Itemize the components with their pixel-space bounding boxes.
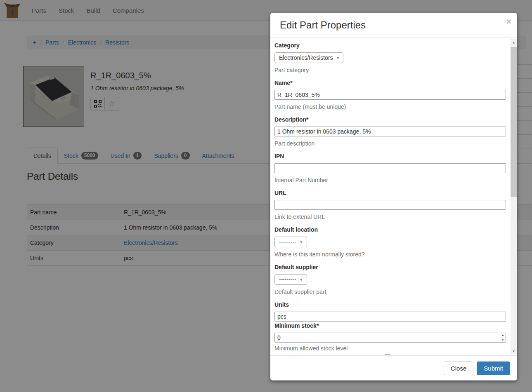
category-select[interactable]: Electronics/Resistors ▾ (274, 52, 343, 63)
default-location-label: Default location (274, 226, 506, 233)
description-label: Description* (274, 116, 506, 123)
chevron-down-icon: ▾ (300, 277, 303, 282)
spinner-down-icon[interactable]: ▼ (500, 338, 506, 343)
name-field[interactable] (274, 90, 506, 100)
minimum-stock-help: Minimum allowed stock level (274, 345, 506, 352)
default-supplier-selected-value: --------- (279, 276, 296, 283)
modal-body: Category Electronics/Resistors ▾ Part ca… (270, 38, 517, 355)
modal-title: Edit Part Properties (280, 19, 366, 31)
close-button[interactable]: Close (444, 361, 473, 375)
field-default-supplier: Default supplier --------- ▾ Default sup… (274, 264, 506, 295)
chevron-down-icon: ▾ (337, 56, 339, 60)
ipn-help: Internal Part Number (274, 177, 506, 183)
default-location-help: Where is this item normally stored? (274, 251, 506, 258)
edit-part-modal: Edit Part Properties × Category Electron… (270, 13, 517, 380)
scroll-down-icon[interactable]: ∨ (511, 347, 517, 354)
default-location-select[interactable]: --------- ▾ (274, 237, 307, 247)
ipn-label: IPN (274, 153, 506, 160)
field-minimum-stock: Minimum stock* ▲ ▼ Minimum allowed stock… (274, 322, 506, 352)
submit-button[interactable]: Submit (477, 361, 510, 375)
units-label: Units (274, 301, 506, 308)
scroll-up-icon[interactable]: ∧ (511, 39, 517, 46)
field-default-location: Default location --------- ▾ Where is th… (274, 226, 506, 258)
category-selected-value: Electronics/Resistors (279, 54, 333, 61)
spinner-up-icon[interactable]: ▲ (500, 333, 506, 338)
modal-footer: Close Submit (270, 355, 517, 380)
field-units: Units (274, 301, 506, 322)
number-spinner: ▲ ▼ (500, 333, 506, 342)
category-label: Category (274, 42, 506, 49)
ipn-field[interactable] (274, 163, 506, 173)
modal-header: Edit Part Properties × (270, 13, 517, 38)
default-supplier-help: Default supplier part (274, 289, 506, 295)
name-label: Name* (274, 80, 506, 86)
field-name: Name* Part name (must be unique) (274, 80, 506, 110)
field-category: Category Electronics/Resistors ▾ Part ca… (274, 42, 506, 73)
url-help: Link to extenal URL (274, 214, 506, 220)
field-ipn: IPN Internal Part Number (274, 153, 506, 183)
url-field[interactable] (274, 200, 506, 210)
chevron-down-icon: ▾ (300, 240, 303, 244)
description-help: Part description (274, 140, 506, 147)
name-help: Part name (must be unique) (274, 103, 506, 110)
default-supplier-select[interactable]: --------- ▾ (274, 274, 307, 285)
description-field[interactable] (274, 127, 506, 136)
default-supplier-label: Default supplier (274, 264, 506, 270)
modal-form: Category Electronics/Resistors ▾ Part ca… (270, 38, 517, 355)
default-location-selected-value: --------- (279, 239, 296, 245)
units-field[interactable] (274, 312, 506, 322)
close-icon[interactable]: × (506, 17, 511, 26)
scrollbar-thumb[interactable] (511, 47, 517, 197)
minimum-stock-field[interactable] (274, 333, 506, 343)
field-url: URL Link to extenal URL (274, 190, 506, 220)
field-description: Description* Part description (274, 116, 506, 147)
category-help: Part category (274, 67, 506, 73)
url-label: URL (274, 190, 506, 196)
modal-scrollbar[interactable]: ∧ ∨ (511, 39, 517, 354)
minimum-stock-label: Minimum stock* (274, 322, 506, 329)
